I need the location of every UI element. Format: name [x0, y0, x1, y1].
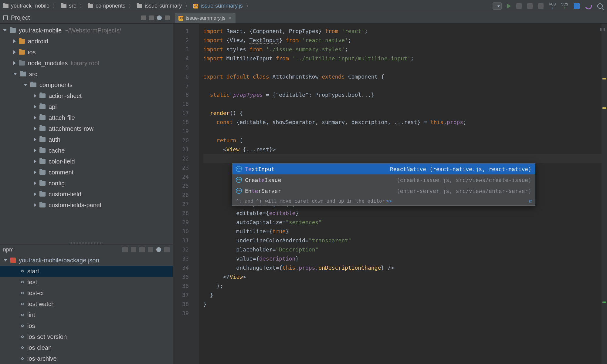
run-config-dropdown[interactable]: [493, 2, 502, 10]
code-line[interactable]: placeholder="Description": [203, 245, 602, 254]
tree-item[interactable]: comment: [0, 167, 173, 178]
code-line[interactable]: <View {...rest}>: [203, 145, 602, 154]
chevron-right-icon[interactable]: [34, 138, 36, 141]
collapse-icon[interactable]: [148, 247, 153, 252]
code-line[interactable]: return (: [203, 136, 602, 145]
code-line[interactable]: }: [203, 300, 602, 309]
npm-script-item[interactable]: test-ci: [0, 288, 173, 298]
error-stripe[interactable]: ▮▮: [602, 24, 607, 364]
code-line[interactable]: [203, 309, 602, 318]
run-icon[interactable]: [507, 4, 511, 8]
npm-script-item[interactable]: test:watch: [0, 298, 173, 309]
hide-icon[interactable]: [164, 247, 170, 252]
tree-item[interactable]: api: [0, 101, 173, 112]
npm-script-item[interactable]: lint: [0, 309, 173, 320]
code-line[interactable]: </View>: [203, 272, 602, 281]
refresh-icon[interactable]: [139, 247, 145, 252]
chevron-down-icon[interactable]: [24, 84, 27, 86]
tree-item[interactable]: auth: [0, 134, 173, 145]
code-line[interactable]: autoCapitalize="sentences": [203, 218, 602, 227]
tree-item[interactable]: config: [0, 178, 173, 189]
tree-root[interactable]: youtrack-mobile ~/WebstormProjects/: [0, 25, 173, 36]
autocomplete-item[interactable]: CreateIssue(create-issue.js, src/views/c…: [232, 174, 535, 185]
editor-tab[interactable]: JS issue-summary.js ✕: [175, 13, 236, 23]
tree-item[interactable]: cache: [0, 145, 173, 156]
code-line[interactable]: [203, 63, 602, 72]
code-line[interactable]: multiline={true}: [203, 227, 602, 236]
warning-marker[interactable]: [602, 78, 606, 79]
tree-item[interactable]: custom-field: [0, 189, 173, 200]
tree-item[interactable]: android: [0, 36, 173, 47]
code-line[interactable]: render() {: [203, 109, 602, 118]
hide-icon[interactable]: [165, 15, 170, 20]
breadcrumb-item[interactable]: JS issue-summary.js: [193, 3, 243, 9]
exit-icon[interactable]: [574, 3, 580, 9]
code-line[interactable]: onChangeText={this.props.onDescriptionCh…: [203, 263, 602, 272]
tree-item[interactable]: components: [0, 79, 173, 90]
chevron-down-icon[interactable]: [4, 259, 7, 261]
npm-script-item[interactable]: ios-set-version: [0, 331, 173, 342]
code-line[interactable]: underlineColorAndroid="transparent": [203, 236, 602, 245]
warning-marker[interactable]: [602, 107, 606, 109]
gear-icon[interactable]: [157, 15, 162, 20]
code-line[interactable]: export default class AttachmentsRow exte…: [203, 72, 602, 81]
chevron-right-icon[interactable]: [34, 160, 36, 163]
code-line[interactable]: }: [203, 291, 602, 300]
tree-item[interactable]: attachments-row: [0, 123, 173, 134]
chevron-right-icon[interactable]: [34, 203, 36, 207]
chevron-right-icon[interactable]: [13, 61, 16, 65]
npm-script-item[interactable]: ios-clean: [0, 342, 173, 353]
tree-item[interactable]: color-field: [0, 156, 173, 167]
gear-icon[interactable]: [156, 247, 161, 252]
coverage-icon[interactable]: [527, 3, 533, 9]
npm-script-item[interactable]: start: [0, 266, 173, 277]
tree-item[interactable]: custom-fields-panel: [0, 200, 173, 211]
code-line[interactable]: [203, 154, 602, 163]
chevron-right-icon[interactable]: [13, 39, 16, 43]
code-line[interactable]: import {View, TextInput} from 'react-nat…: [203, 36, 602, 45]
breadcrumb-item[interactable]: issue-summary: [137, 3, 182, 9]
ok-marker[interactable]: [602, 302, 606, 303]
npm-script-item[interactable]: ios: [0, 320, 173, 331]
npm-script-item[interactable]: test: [0, 277, 173, 288]
breadcrumb-item[interactable]: components: [88, 3, 125, 9]
undo-icon[interactable]: [584, 2, 593, 10]
chevron-down-icon[interactable]: [3, 29, 7, 32]
chevron-right-icon[interactable]: [34, 105, 36, 109]
chevron-right-icon[interactable]: [34, 181, 36, 185]
close-icon[interactable]: ✕: [228, 15, 232, 21]
collapse-icon[interactable]: [149, 15, 154, 20]
tree-item[interactable]: node_modules library root: [0, 58, 173, 69]
hint-link[interactable]: >>: [386, 198, 392, 204]
tree-item[interactable]: attach-file: [0, 112, 173, 123]
debug-icon[interactable]: [516, 3, 522, 9]
code-line[interactable]: static propTypes = {"editable": PropType…: [203, 90, 602, 99]
breadcrumb-item[interactable]: youtrack-mobile: [3, 3, 49, 9]
code-line[interactable]: );: [203, 281, 602, 291]
chevron-right-icon[interactable]: [34, 127, 36, 130]
chevron-right-icon[interactable]: [34, 170, 36, 174]
chevron-right-icon[interactable]: [34, 149, 36, 152]
npm-script-item[interactable]: ios-archive: [0, 353, 173, 364]
breadcrumb-item[interactable]: src: [61, 3, 76, 9]
autocomplete-popup[interactable]: TextInputReactNative (react-native.js, r…: [232, 163, 535, 206]
code-editor[interactable]: 1234567816171819202122232425262728293031…: [173, 24, 607, 364]
code-line[interactable]: const {editable, showSeparator, summary,…: [203, 118, 602, 127]
code-line[interactable]: [203, 99, 602, 109]
chevron-right-icon[interactable]: [13, 50, 16, 54]
vcs-update-icon[interactable]: VCS↓: [549, 3, 556, 9]
code-line[interactable]: import styles from './issue-summary.styl…: [203, 45, 602, 54]
plus-icon[interactable]: [122, 247, 128, 252]
code-line[interactable]: [203, 127, 602, 136]
tree-item[interactable]: action-sheet: [0, 90, 173, 101]
stop-icon[interactable]: [538, 3, 544, 9]
tree-item[interactable]: ios: [0, 47, 173, 58]
autocomplete-item[interactable]: TextInputReactNative (react-native.js, r…: [232, 163, 535, 174]
npm-root[interactable]: youtrack-mobile/package.json: [0, 255, 173, 266]
autocomplete-item[interactable]: EnterServer(enter-server.js, src/views/e…: [232, 185, 535, 196]
chevron-right-icon[interactable]: [34, 192, 36, 196]
chevron-right-icon[interactable]: [34, 94, 36, 98]
minus-icon[interactable]: [131, 247, 136, 252]
vcs-commit-icon[interactable]: VCS↑: [561, 3, 568, 9]
code-line[interactable]: value={description}: [203, 254, 602, 263]
